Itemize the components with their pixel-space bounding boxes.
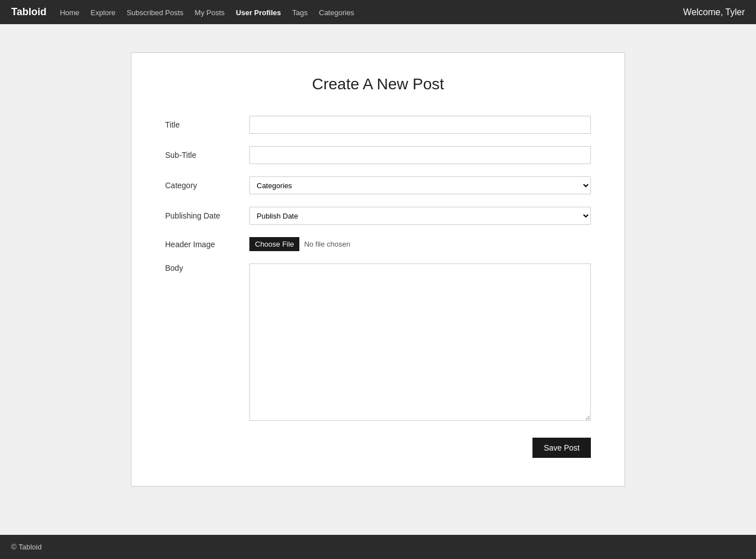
- form-actions: Save Post: [165, 438, 591, 458]
- nav-links: Home Explore Subscribed Posts My Posts U…: [60, 7, 354, 17]
- header-image-label: Header Image: [165, 240, 249, 249]
- nav-link-categories[interactable]: Categories: [319, 8, 354, 17]
- category-label: Category: [165, 181, 249, 190]
- nav-link-subscribed-posts[interactable]: Subscribed Posts: [126, 8, 183, 17]
- footer-text: © Tabloid: [11, 543, 42, 551]
- nav-item-categories[interactable]: Categories: [319, 7, 354, 17]
- category-row: Category Categories: [165, 176, 591, 194]
- form-card: Create A New Post Title Sub-Title Catego…: [131, 52, 625, 487]
- nav-item-my-posts[interactable]: My Posts: [195, 7, 225, 17]
- nav-link-explore[interactable]: Explore: [90, 8, 115, 17]
- body-row: Body: [165, 263, 591, 421]
- nav-left: Tabloid Home Explore Subscribed Posts My…: [11, 6, 354, 18]
- main-content: Create A New Post Title Sub-Title Catego…: [0, 24, 756, 535]
- subtitle-label: Sub-Title: [165, 151, 249, 160]
- category-select[interactable]: Categories: [249, 176, 591, 194]
- save-post-button[interactable]: Save Post: [532, 438, 591, 458]
- header-image-row: Header Image Choose File No file chosen: [165, 237, 591, 251]
- publish-date-select[interactable]: Publish Date: [249, 207, 591, 225]
- nav-item-explore[interactable]: Explore: [90, 7, 115, 17]
- nav-link-tags[interactable]: Tags: [292, 8, 307, 17]
- file-input-wrapper: Choose File No file chosen: [249, 237, 350, 251]
- publishing-date-row: Publishing Date Publish Date: [165, 207, 591, 225]
- title-label: Title: [165, 120, 249, 129]
- nav-item-subscribed-posts[interactable]: Subscribed Posts: [126, 7, 183, 17]
- nav-item-user-profiles[interactable]: User Profiles: [236, 7, 281, 17]
- title-input[interactable]: [249, 116, 591, 134]
- nav-link-my-posts[interactable]: My Posts: [195, 8, 225, 17]
- form-title: Create A New Post: [165, 75, 591, 93]
- nav-item-tags[interactable]: Tags: [292, 7, 307, 17]
- nav-item-home[interactable]: Home: [60, 7, 80, 17]
- body-label: Body: [165, 263, 249, 272]
- subtitle-input[interactable]: [249, 146, 591, 164]
- welcome-message: Welcome, Tyler: [683, 7, 745, 17]
- publishing-date-label: Publishing Date: [165, 211, 249, 220]
- no-file-text: No file chosen: [304, 240, 350, 248]
- nav-link-user-profiles[interactable]: User Profiles: [236, 8, 281, 17]
- body-textarea[interactable]: [249, 263, 591, 421]
- title-row: Title: [165, 116, 591, 134]
- footer: © Tabloid: [0, 535, 756, 559]
- choose-file-button[interactable]: Choose File: [249, 237, 299, 251]
- navbar: Tabloid Home Explore Subscribed Posts My…: [0, 0, 756, 24]
- nav-link-home[interactable]: Home: [60, 8, 80, 17]
- nav-brand[interactable]: Tabloid: [11, 6, 47, 18]
- subtitle-row: Sub-Title: [165, 146, 591, 164]
